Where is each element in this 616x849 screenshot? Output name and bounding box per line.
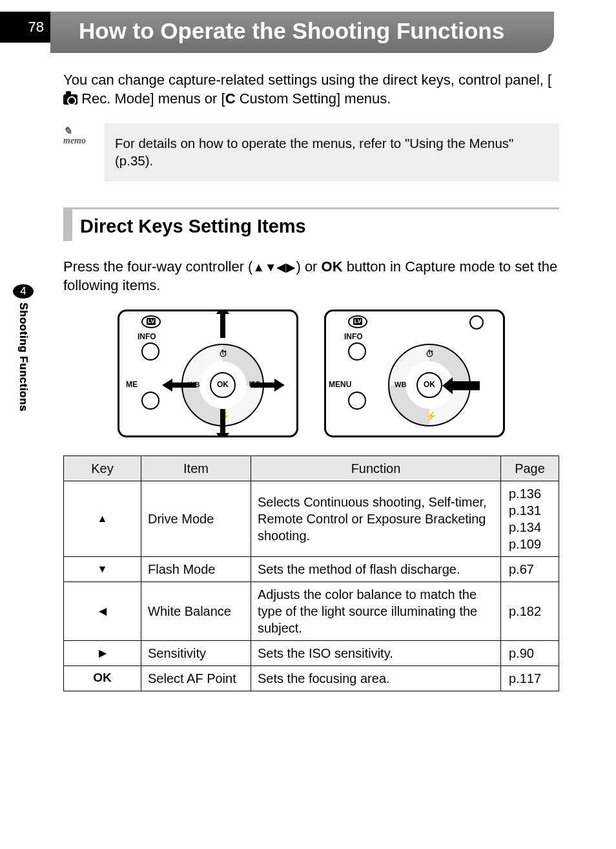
press-text-b: ) or bbox=[296, 258, 321, 275]
intro-text-c: Custom Setting] menus. bbox=[236, 90, 391, 107]
intro-paragraph: You can change capture-related settings … bbox=[63, 71, 559, 108]
cell-function: Sets the ISO sensitivity. bbox=[251, 640, 501, 666]
arrow-up-icon bbox=[216, 309, 229, 314]
menu-label: ME bbox=[126, 380, 138, 390]
intro-text-a: You can change capture-related settings … bbox=[63, 72, 551, 88]
page-title: How to Operate the Shooting Functions bbox=[79, 18, 536, 44]
table-row: ▶SensitivitySets the ISO sensitivity.p.9… bbox=[64, 640, 559, 666]
cell-item: Select AF Point bbox=[141, 666, 251, 691]
cell-function: Adjusts the color balance to match the t… bbox=[251, 582, 501, 640]
cell-page: p.67 bbox=[501, 556, 559, 582]
ok-button-icon: OK bbox=[210, 372, 236, 398]
col-key: Key bbox=[64, 456, 141, 481]
title-banner: How to Operate the Shooting Functions bbox=[50, 12, 554, 53]
custom-letter: C bbox=[225, 90, 236, 107]
intro-text-b: Rec. Mode] menus or [ bbox=[81, 90, 225, 107]
table-header-row: Key Item Function Page bbox=[64, 456, 559, 481]
arrow-glyphs: ▲▼◀▶ bbox=[252, 260, 296, 274]
memo-label: memo bbox=[63, 136, 86, 145]
cell-page: p.182 bbox=[501, 582, 559, 640]
press-text-a: Press the four-way controller ( bbox=[63, 258, 252, 275]
camera-icon bbox=[63, 94, 77, 105]
diagram-ok-press: LV INFO MENU OK WB ⏱ ⚡ bbox=[324, 309, 505, 437]
cell-function: Sets the method of flash discharge. bbox=[251, 556, 501, 582]
info-label: INFO bbox=[138, 332, 156, 342]
memo-icon: memo bbox=[63, 123, 96, 181]
cell-key: ▼ bbox=[64, 556, 141, 582]
menu-button-icon bbox=[348, 392, 366, 410]
cell-key: ▶ bbox=[64, 640, 141, 666]
memo-text: For details on how to operate the menus,… bbox=[105, 123, 559, 181]
chapter-number-badge: 4 bbox=[13, 284, 34, 299]
info-button-icon bbox=[141, 342, 159, 361]
cell-function: Sets the focusing area. bbox=[251, 666, 501, 691]
col-function: Function bbox=[251, 456, 501, 481]
small-ring-icon bbox=[469, 315, 484, 330]
table-row: ▲Drive ModeSelects Continuous shooting, … bbox=[64, 481, 559, 556]
timer-icon: ⏱ bbox=[426, 349, 434, 360]
menu-label: MENU bbox=[329, 380, 351, 390]
section-heading: Direct Keys Setting Items bbox=[63, 207, 559, 242]
arrow-down-icon bbox=[216, 433, 229, 437]
lv-icon: LV bbox=[141, 315, 161, 328]
cell-item: Drive Mode bbox=[141, 481, 251, 556]
controller-diagrams: LV INFO ME OK WB ISO ⏱ ⚡ LV INFO MEN bbox=[63, 309, 559, 437]
ok-press-arrow-icon bbox=[451, 381, 480, 390]
menu-button-icon bbox=[141, 392, 159, 410]
chapter-label: Shooting Functions bbox=[17, 302, 30, 412]
diagram-fourway: LV INFO ME OK WB ISO ⏱ ⚡ bbox=[118, 309, 298, 437]
cell-item: Sensitivity bbox=[141, 640, 251, 666]
timer-icon: ⏱ bbox=[219, 349, 227, 360]
info-button-icon bbox=[348, 342, 366, 361]
ok-glyph: OK bbox=[322, 258, 343, 275]
page-number-tab: 78 bbox=[0, 12, 50, 43]
col-item: Item bbox=[141, 456, 251, 481]
lv-icon: LV bbox=[348, 315, 367, 328]
ok-button-icon: OK bbox=[416, 372, 442, 398]
cell-page: p.117 bbox=[501, 666, 559, 691]
cell-page: p.136p.131p.134p.109 bbox=[501, 481, 559, 556]
chapter-side-tab: 4 Shooting Functions bbox=[12, 284, 35, 412]
chapter-number: 4 bbox=[20, 285, 26, 298]
content-area: You can change capture-related settings … bbox=[0, 53, 616, 717]
cell-item: Flash Mode bbox=[141, 556, 251, 582]
table-row: ▼Flash ModeSets the method of flash disc… bbox=[64, 556, 559, 582]
col-page: Page bbox=[501, 456, 559, 481]
keys-table: Key Item Function Page ▲Drive ModeSelect… bbox=[63, 456, 559, 691]
table-row: ◀White BalanceAdjusts the color balance … bbox=[64, 582, 559, 640]
memo-block: memo For details on how to operate the m… bbox=[63, 123, 559, 181]
info-label: INFO bbox=[344, 332, 363, 342]
press-paragraph: Press the four-way controller (▲▼◀▶) or … bbox=[63, 258, 559, 295]
cell-key: OK bbox=[64, 666, 141, 691]
table-row: OKSelect AF PointSets the focusing area.… bbox=[64, 666, 559, 691]
cell-page: p.90 bbox=[501, 640, 559, 666]
arrow-right-icon bbox=[274, 379, 285, 392]
cell-key: ▲ bbox=[64, 481, 141, 556]
wb-label: WB bbox=[395, 380, 406, 389]
cell-item: White Balance bbox=[141, 582, 251, 640]
flash-icon: ⚡ bbox=[426, 410, 436, 422]
page-number: 78 bbox=[28, 19, 44, 36]
arrow-left-icon bbox=[162, 379, 172, 392]
cell-function: Selects Continuous shooting, Self-timer,… bbox=[251, 481, 501, 556]
cell-key: ◀ bbox=[64, 582, 141, 640]
